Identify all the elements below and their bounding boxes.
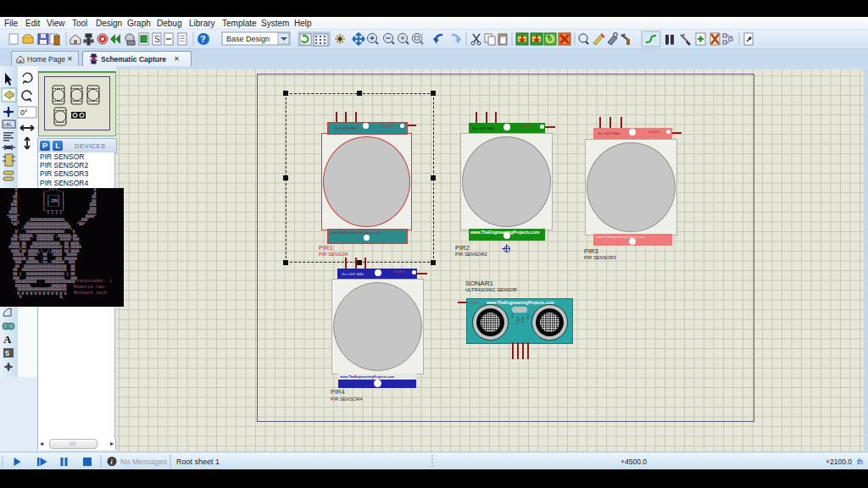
svg-text:+2100.0: +2100.0 bbox=[826, 458, 852, 466]
svg-text:th: th bbox=[857, 458, 863, 466]
svg-text:+4500.0: +4500.0 bbox=[620, 458, 647, 466]
svg-text:Root sheet 1: Root sheet 1 bbox=[176, 458, 220, 466]
svg-text:No Messages: No Messages bbox=[120, 458, 168, 466]
